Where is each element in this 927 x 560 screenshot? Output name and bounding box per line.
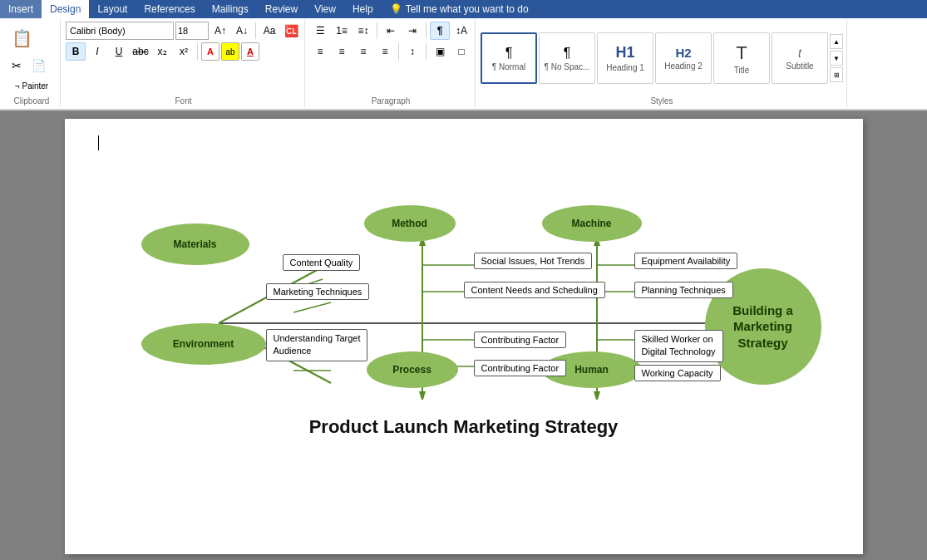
menu-mailings[interactable]: Mailings — [204, 0, 257, 18]
menu-layout[interactable]: Layout — [89, 0, 136, 18]
styles-scroll-up[interactable]: ▲ — [830, 34, 843, 49]
style-no-spacing-preview: ¶ — [564, 46, 571, 61]
underline-button[interactable]: U — [109, 42, 129, 61]
oval-process: Process — [367, 351, 458, 388]
italic-button[interactable]: I — [87, 42, 107, 61]
style-normal-preview: ¶ — [505, 46, 513, 61]
paragraph-label: Paragraph — [310, 96, 471, 106]
style-no-spacing-label: ¶ No Spac... — [545, 62, 590, 71]
decrease-indent-button[interactable]: ⇤ — [381, 22, 401, 40]
oval-materials-label: Materials — [173, 238, 216, 250]
multilevel-list-button[interactable]: ≡↕ — [353, 22, 373, 40]
highlight-button[interactable]: ab — [221, 42, 239, 61]
label-social-issues: Social Issues, Hot Trends — [474, 253, 593, 269]
style-title[interactable]: T Title — [713, 32, 770, 84]
format-painter-button[interactable]: ¬ Painter — [7, 76, 57, 95]
style-title-label: Title — [734, 66, 750, 75]
style-heading1[interactable]: H1 Heading 1 — [597, 32, 653, 84]
font-size-input[interactable] — [175, 22, 209, 40]
font-group-content: A↑ A↓ Aa 🆑 B I U abc x₂ x² A ab A — [66, 22, 301, 95]
justify-button[interactable]: ≡ — [375, 42, 395, 61]
style-heading1-preview: H1 — [615, 44, 634, 61]
styles-group-content: ¶ ¶ Normal ¶ ¶ No Spac... H1 Heading 1 H… — [481, 22, 843, 95]
menu-bar: Insert Design Layout References Mailings… — [0, 0, 927, 18]
label-equipment: Equipment Availability — [634, 253, 738, 269]
lightbulb-icon: 💡 — [390, 3, 402, 15]
menu-references[interactable]: References — [136, 0, 203, 18]
oval-method-label: Method — [392, 218, 427, 229]
copy-button[interactable]: 📄 — [28, 56, 48, 75]
font-label: Font — [66, 96, 301, 106]
oval-machine-label: Machine — [571, 218, 611, 229]
style-normal-label: ¶ Normal — [492, 62, 525, 71]
ribbon: 📋 ✂ 📄 ¬ Painter Clipboard A↑ A↓ — [0, 18, 927, 111]
align-right-button[interactable]: ≡ — [353, 42, 373, 61]
style-heading1-label: Heading 1 — [606, 63, 644, 72]
font-group: A↑ A↓ Aa 🆑 B I U abc x₂ x² A ab A — [62, 20, 305, 107]
shading-button[interactable]: ▣ — [430, 42, 450, 61]
label-skilled-worker: Skilled Worker onDigital Technology — [634, 330, 723, 362]
increase-indent-button[interactable]: ⇥ — [402, 22, 422, 40]
style-subtitle[interactable]: t Subtitle — [772, 32, 828, 84]
bold-button[interactable]: B — [66, 42, 86, 61]
styles-scroll: ▲ ▼ ⊞ — [830, 34, 843, 82]
cut-button[interactable]: ✂ — [7, 56, 27, 75]
align-left-button[interactable]: ≡ — [310, 42, 330, 61]
clear-format-button[interactable]: 🆑 — [281, 22, 301, 40]
subscript-button[interactable]: x₂ — [152, 42, 172, 61]
label-content-quality: Content Quality — [283, 254, 361, 271]
style-no-spacing[interactable]: ¶ ¶ No Spac... — [539, 32, 595, 84]
sort-button[interactable]: ↕A — [451, 22, 471, 40]
style-heading2-preview: H2 — [675, 46, 691, 60]
label-content-needs: Content Needs and Scheduling — [464, 282, 605, 298]
paragraph-group: ☰ 1≡ ≡↕ ⇤ ⇥ ¶ ↕A ≡ ≡ ≡ ≡ ↕ — [307, 20, 476, 107]
text-color-button[interactable]: A — [201, 42, 219, 61]
clipboard-group-content: 📋 ✂ 📄 ¬ Painter — [7, 22, 57, 95]
label-contributing2: Contributing Factor — [474, 360, 567, 376]
document-area: Materials Method Machine Environment Pro… — [0, 111, 927, 560]
style-subtitle-preview: t — [798, 47, 801, 60]
style-heading2[interactable]: H2 Heading 2 — [655, 32, 712, 84]
style-subtitle-label: Subtitle — [786, 61, 813, 71]
font-color-button[interactable]: A — [241, 42, 259, 61]
styles-scroll-down[interactable]: ▼ — [830, 51, 843, 66]
tell-me-label: Tell me what you want to do — [406, 3, 529, 15]
menu-help[interactable]: Help — [344, 0, 382, 18]
menu-design[interactable]: Design — [42, 0, 89, 18]
label-planning: Planning Techniques — [634, 282, 733, 298]
menu-insert[interactable]: Insert — [0, 0, 42, 18]
show-formatting-button[interactable]: ¶ — [430, 22, 450, 40]
line-spacing-button[interactable]: ↕ — [402, 42, 422, 61]
oval-machine: Machine — [542, 205, 642, 242]
paragraph-group-content: ☰ 1≡ ≡↕ ⇤ ⇥ ¶ ↕A ≡ ≡ ≡ ≡ ↕ — [310, 22, 471, 95]
menu-review[interactable]: Review — [257, 0, 306, 18]
label-contributing1: Contributing Factor — [474, 332, 567, 348]
paste-button[interactable]: 📋 — [7, 22, 37, 55]
numbering-button[interactable]: 1≡ — [332, 22, 352, 40]
style-heading2-label: Heading 2 — [664, 61, 703, 71]
font-name-input[interactable] — [66, 22, 174, 40]
menu-tell-me[interactable]: 💡 Tell me what you want to do — [382, 0, 537, 18]
borders-button[interactable]: □ — [451, 42, 471, 61]
oval-environment-label: Environment — [173, 338, 234, 350]
bullets-button[interactable]: ☰ — [310, 22, 330, 40]
style-normal[interactable]: ¶ ¶ Normal — [481, 32, 537, 84]
style-title-preview: T — [736, 42, 747, 64]
styles-more[interactable]: ⊞ — [830, 67, 843, 82]
label-marketing-techniques: Marketing Techniques — [266, 283, 370, 300]
cursor-area — [98, 135, 830, 150]
svg-marker-17 — [419, 391, 426, 400]
strikethrough-button[interactable]: abc — [131, 42, 150, 61]
align-center-button[interactable]: ≡ — [332, 42, 352, 61]
oval-method: Method — [364, 205, 456, 242]
change-case-button[interactable]: Aa — [259, 22, 279, 40]
document-page: Materials Method Machine Environment Pro… — [65, 119, 863, 554]
superscript-button[interactable]: x² — [174, 42, 194, 61]
decrease-font-button[interactable]: A↓ — [232, 22, 252, 40]
increase-font-button[interactable]: A↑ — [210, 22, 230, 40]
label-understanding-target: Understanding TargetAudience — [266, 329, 368, 361]
clipboard-label: Clipboard — [7, 96, 57, 106]
ribbon-content: 📋 ✂ 📄 ¬ Painter Clipboard A↑ A↓ — [0, 18, 927, 110]
menu-view[interactable]: View — [306, 0, 344, 18]
oval-main-label: Building aMarketingStrategy — [729, 299, 796, 355]
